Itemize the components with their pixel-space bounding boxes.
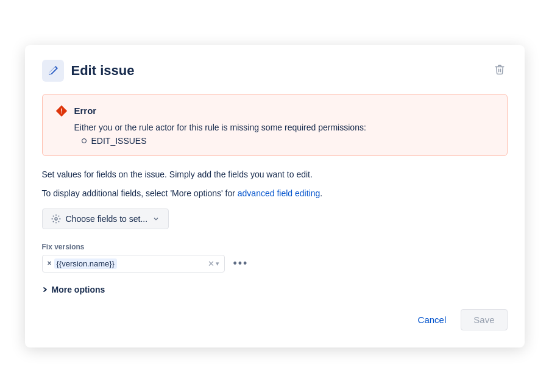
tag-value: {{version.name}}: [54, 258, 117, 269]
error-permissions-list: EDIT_ISSUES: [82, 136, 495, 146]
description-prefix: To display additional fields, select 'Mo…: [42, 188, 238, 198]
fix-versions-label: Fix versions: [42, 243, 508, 251]
description-suffix: .: [320, 188, 322, 198]
more-options-toggle[interactable]: More options: [42, 285, 508, 294]
permission-item: EDIT_ISSUES: [82, 136, 495, 146]
gear-icon: [51, 214, 61, 224]
fix-versions-row: × {{version.name}} ✕ ▾ •••: [42, 255, 508, 273]
cancel-button[interactable]: Cancel: [409, 309, 455, 330]
dialog-header: Edit issue: [42, 60, 508, 82]
svg-text:!: !: [60, 108, 62, 115]
edit-issue-dialog: Edit issue ! Error Either you or the rul…: [25, 45, 525, 347]
tag-remove-icon[interactable]: ×: [48, 259, 52, 268]
error-header: ! Error: [55, 104, 495, 118]
dialog-title: Edit issue: [71, 63, 484, 79]
fix-versions-input[interactable]: × {{version.name}} ✕ ▾: [42, 255, 225, 273]
delete-icon[interactable]: [492, 62, 508, 80]
header-icon-box: [42, 60, 64, 82]
error-body: Either you or the rule actor for this ru…: [74, 123, 495, 146]
description-line1: Set values for fields on the issue. Simp…: [42, 168, 508, 181]
description-line2: To display additional fields, select 'Mo…: [42, 187, 508, 200]
error-title: Error: [74, 105, 97, 116]
advanced-field-editing-link[interactable]: advanced field editing: [238, 188, 320, 198]
tag-clear-controls: ✕ ▾: [208, 259, 219, 268]
more-options-label: More options: [52, 285, 105, 294]
chevron-right-icon: [42, 287, 48, 293]
svg-point-1: [55, 218, 57, 220]
error-banner: ! Error Either you or the rule actor for…: [42, 94, 508, 156]
more-options-section: More options: [42, 285, 508, 294]
fix-versions-section: Fix versions × {{version.name}} ✕ ▾ •••: [42, 243, 508, 273]
error-icon: !: [55, 104, 68, 118]
clear-icon[interactable]: ✕: [208, 259, 214, 268]
dropdown-chevron-icon[interactable]: ▾: [216, 260, 219, 268]
dialog-footer: Cancel Save: [42, 309, 508, 330]
save-button[interactable]: Save: [461, 309, 507, 330]
error-message: Either you or the rule actor for this ru…: [74, 123, 366, 132]
choose-fields-button[interactable]: Choose fields to set...: [42, 208, 169, 229]
pencil-icon: [48, 65, 58, 76]
choose-fields-label: Choose fields to set...: [66, 214, 148, 224]
chevron-down-icon: [152, 215, 160, 223]
field-options-icon[interactable]: •••: [230, 255, 252, 273]
